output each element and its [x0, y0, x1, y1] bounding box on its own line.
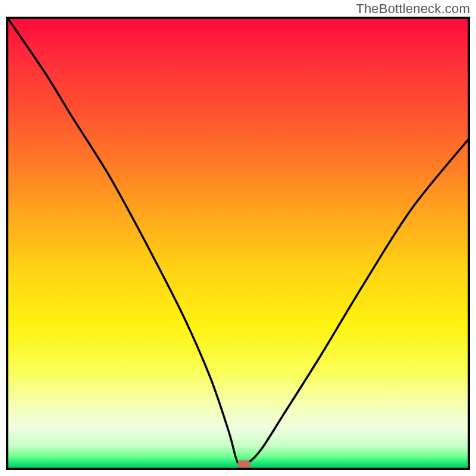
watermark-label: TheBottleneck.com [356, 1, 470, 17]
bottleneck-curve [8, 19, 468, 468]
plot-frame [6, 17, 470, 470]
optimal-point-marker [237, 460, 250, 468]
chart-container: TheBottleneck.com [0, 0, 476, 476]
